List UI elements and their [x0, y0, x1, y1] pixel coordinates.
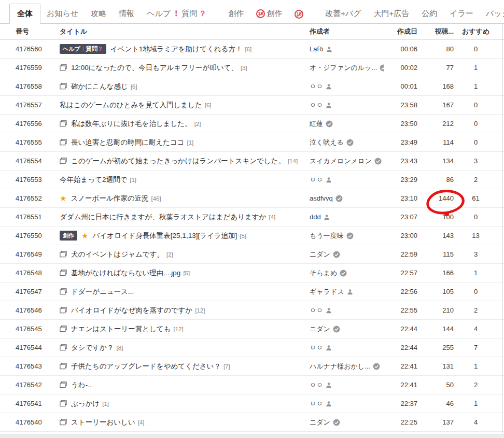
author-cell[interactable]: ㅇㅇ [298, 82, 384, 91]
post-title-link[interactable]: 犬のイベントはジャムです。 [71, 250, 164, 259]
table-row[interactable]: 4176549犬のイベントはジャムです。[2]ニダン22:591153 [0, 245, 504, 264]
tab-11-イラー[interactable]: イラー [443, 4, 480, 23]
table-row[interactable]: 4176555長い迫害と忍耐の時間に耐えたココ[1]泣く吠える23:491140 [0, 133, 504, 152]
author-cell[interactable]: スイカメロンメロン [298, 157, 384, 166]
author-cell[interactable]: ギャラドス [298, 287, 384, 296]
post-title-link[interactable]: ぶっかけ [71, 399, 100, 408]
tab-5-創作[interactable]: 創作 [222, 4, 250, 23]
table-row[interactable]: 417655912:00になったので、今日もアルキフリーが叩いて、[3]オ・ジフ… [0, 59, 504, 77]
tab-8-改善+バグ[interactable]: 改善+バグ [319, 4, 367, 23]
recommend-count: 0 [454, 120, 498, 128]
table-row[interactable]: 4176558確かにこんな感じ[6]ㅇㅇ00:011681 [0, 77, 504, 96]
table-row[interactable]: 4176557私はこのゲームのひとみを見て入門しました[6]ㅇㅇ23:58167… [0, 96, 504, 115]
author-cell[interactable]: ㅇㅇ [298, 380, 384, 390]
image-attachment-icon [60, 158, 67, 164]
tab-adult[interactable]: 18 [288, 5, 310, 23]
author-cell[interactable]: ㅇㅇ [298, 101, 384, 110]
table-row[interactable]: 4176543子供たちのアップグレードをやめてください？[7]ハルナナ様おかし.… [0, 357, 504, 376]
post-title-link[interactable]: 今年始まって2週間で [60, 175, 127, 185]
author-cell[interactable]: ㅇㅇ [298, 399, 384, 408]
tab-9-大門+広告[interactable]: 大門+広告 [368, 4, 416, 23]
post-list: 4176560ヘルプ！質問？イベント1地域ラミアを助けてくれる方！[6]LaRi… [0, 40, 504, 432]
post-title-link[interactable]: このゲームが初めて始まったきっかけはランパートスキンでした。 [71, 157, 285, 166]
post-id: 4176544 [0, 344, 60, 351]
vertical-scrollbar[interactable] [502, 24, 502, 434]
header-number: 番号 [0, 27, 60, 36]
tab-2-攻略[interactable]: 攻略 [85, 4, 113, 23]
post-date: 22:59 [384, 250, 417, 258]
author-cell[interactable]: 泣く吠える [298, 138, 384, 147]
tab-label-part: 質問 [181, 9, 197, 19]
comment-count: [3] [241, 65, 247, 71]
post-title-cell: ★スノーボール作家の近況[46] [60, 194, 298, 203]
header-date: 作成日 [384, 27, 417, 36]
post-title-link[interactable]: タシですか？ [71, 343, 114, 352]
author-cell[interactable]: もう一度味 [298, 231, 384, 241]
comment-count: [6] [131, 83, 137, 90]
table-row[interactable]: 4176556私は数年ぶりに抜け毛を治しました。[2]紅蓮23:502120 [0, 115, 504, 133]
image-attachment-icon [60, 270, 67, 276]
author-cell[interactable]: ㅇㅇ [298, 306, 384, 315]
post-title-link[interactable]: バイオロイド身長体重表[25,1,13][ライラ追加] [92, 231, 237, 241]
author-cell[interactable]: ニダン [298, 250, 384, 259]
post-title-link[interactable]: バイオロイドがなぜ肉を蒸すのですか [71, 306, 192, 315]
table-row[interactable]: 4176552★スノーボール作家の近況[46]asdfvvq23:1014406… [0, 189, 504, 208]
post-title-link[interactable]: ストーリーおいしい [71, 418, 135, 427]
post-title-link[interactable]: ナエンはストーリー賞としても [71, 324, 171, 334]
table-row[interactable]: 4176540ストーリーおいしい[4]ニダン22:251374 [0, 413, 504, 432]
table-row[interactable]: 4176547ドダーがニュース...ギャラドス22:561050 [0, 282, 504, 301]
author-cell[interactable]: ニダン [298, 418, 384, 427]
post-title-cell: 私はこのゲームのひとみを見て入門しました[6] [60, 101, 298, 110]
post-title-link[interactable]: 12:00になったので、今日もアルキフリーが叩いて、 [71, 63, 238, 73]
author-name: ニダン [310, 418, 330, 427]
post-title-link[interactable]: 確かにこんな感じ [71, 82, 128, 91]
author-cell[interactable]: そらまめ [298, 269, 384, 278]
author-cell[interactable]: ハルナナ様おかし... [298, 362, 384, 371]
help-question-badge: ヘルプ！質問？ [60, 44, 106, 53]
table-row[interactable]: 4176550創作★バイオロイド身長体重表[25,1,13][ライラ追加][5]… [0, 227, 504, 245]
post-title-link[interactable]: 長い迫害と忍耐の時間に耐えたココ [71, 138, 185, 147]
tab-3-情報[interactable]: 情報 [113, 4, 141, 23]
tab-1-お知らせ[interactable]: お知らせ [40, 4, 85, 23]
author-cell[interactable]: asdfvvq [298, 194, 384, 202]
post-title-link[interactable]: イベント1地域ラミアを助けてくれる方！ [110, 45, 243, 54]
table-row[interactable]: 4176546バイオロイドがなぜ肉を蒸すのですか[12]ㅇㅇ22:552102 [0, 301, 504, 320]
author-cell[interactable]: ㅇㅇ [298, 343, 384, 352]
post-title-link[interactable]: 私は数年ぶりに抜け毛を治しました。 [71, 119, 192, 129]
table-row[interactable]: 4176553今年始まって2週間で[1]ㅇㅇ23:29862 [0, 171, 504, 189]
table-row[interactable]: 4176545ナエンはストーリー賞としても[12]ニダン22:441444 [0, 320, 504, 338]
post-title-link[interactable]: うわ-.. [71, 380, 92, 390]
table-row[interactable]: 4176548基地がなければならない理由....jpg[5]そらまめ22:571… [0, 264, 504, 282]
tab-adult-creation[interactable]: 18創作 [250, 4, 288, 23]
author-cell[interactable]: LaRi [298, 45, 384, 53]
post-title-link[interactable]: ドダーがニュース... [71, 287, 134, 296]
author-cell[interactable]: 紅蓮 [298, 119, 384, 129]
post-title-link[interactable]: 子供たちのアップグレードをやめてください？ [71, 362, 221, 371]
horizontal-scrollbar[interactable] [0, 434, 504, 438]
author-cell[interactable]: ddd [298, 213, 384, 221]
table-row[interactable]: 4176554このゲームが初めて始まったきっかけはランパートスキンでした。[14… [0, 152, 504, 171]
tab-help-question[interactable]: ヘルプ！質問？ [141, 4, 213, 23]
post-title-link[interactable]: 私はこのゲームのひとみを見て入門しました [60, 101, 202, 110]
author-cell[interactable]: ㅇㅇ [298, 175, 384, 185]
header-recommend: おすすめ [454, 27, 498, 36]
tab-12-バックアップ[interactable]: バックアップ [480, 4, 504, 23]
image-attachment-icon [60, 251, 67, 258]
post-title-link[interactable]: スノーボール作家の近況 [71, 194, 148, 203]
table-row[interactable]: 4176541ぶっかけ[1]ㅇㅇ22:37461 [0, 394, 504, 413]
verified-badge-icon [340, 270, 347, 277]
table-row[interactable]: 4176560ヘルプ！質問？イベント1地域ラミアを助けてくれる方！[6]LaRi… [0, 40, 504, 59]
author-cell[interactable]: ニダン [298, 324, 384, 334]
tab-10-公約[interactable]: 公約 [415, 4, 443, 23]
post-title-link[interactable]: ダダム州に日本に行きますが、秋葉ラオストアはまだありますか [60, 213, 266, 222]
author-cell[interactable]: オ・ジファンのルッ... [298, 63, 384, 73]
post-id: 4176558 [0, 82, 60, 90]
post-title-cell: 創作★バイオロイド身長体重表[25,1,13][ライラ追加][5] [60, 231, 298, 240]
post-title-link[interactable]: 基地がなければならない理由....jpg [71, 269, 180, 278]
table-row[interactable]: 4176551ダダム州に日本に行きますが、秋葉ラオストアはまだありますか[4]d… [0, 208, 504, 227]
table-row[interactable]: 4176544タシですか？[8]ㅇㅇ22:442557 [0, 338, 504, 357]
tab-0-全体[interactable]: 全体 [9, 4, 40, 24]
header-author: 作成者 [298, 27, 384, 36]
table-row[interactable]: 4176542うわ-..ㅇㅇ22:41502 [0, 376, 504, 394]
author-name: ㅇㅇ [310, 399, 323, 408]
